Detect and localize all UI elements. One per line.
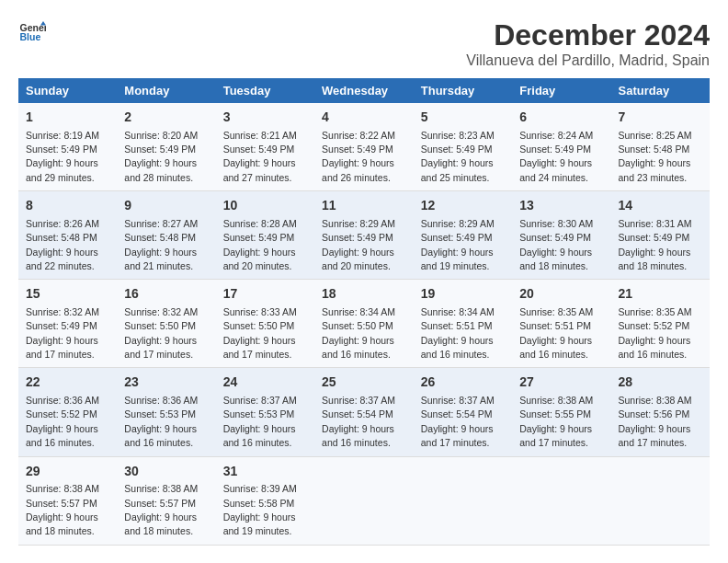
day-number: 6 bbox=[519, 109, 603, 127]
col-wednesday: Wednesday bbox=[314, 78, 414, 103]
day-number: 10 bbox=[223, 197, 307, 215]
day-number: 8 bbox=[26, 197, 109, 215]
calendar-cell: 26 Sunrise: 8:37 AMSunset: 5:54 PMDaylig… bbox=[414, 368, 513, 456]
col-friday: Friday bbox=[512, 78, 610, 103]
calendar-cell: 28 Sunrise: 8:38 AMSunset: 5:56 PMDaylig… bbox=[611, 368, 711, 456]
calendar-cell: 31 Sunrise: 8:39 AMSunset: 5:58 PMDaylig… bbox=[216, 456, 314, 545]
day-number: 27 bbox=[519, 373, 603, 392]
calendar-cell: 18 Sunrise: 8:34 AMSunset: 5:50 PMDaylig… bbox=[314, 280, 414, 368]
day-number: 12 bbox=[421, 197, 506, 215]
day-info: Sunrise: 8:36 AMSunset: 5:52 PMDaylight:… bbox=[26, 395, 99, 448]
day-info: Sunrise: 8:38 AMSunset: 5:57 PMDaylight:… bbox=[124, 483, 198, 536]
day-number: 4 bbox=[322, 109, 406, 127]
calendar-cell: 11 Sunrise: 8:29 AMSunset: 5:49 PMDaylig… bbox=[314, 191, 414, 280]
calendar-cell: 15 Sunrise: 8:32 AMSunset: 5:49 PMDaylig… bbox=[18, 280, 117, 368]
day-number: 1 bbox=[26, 109, 109, 127]
calendar-cell: 24 Sunrise: 8:37 AMSunset: 5:53 PMDaylig… bbox=[216, 368, 314, 456]
calendar-cell: 16 Sunrise: 8:32 AMSunset: 5:50 PMDaylig… bbox=[117, 280, 215, 368]
calendar-cell: 29 Sunrise: 8:38 AMSunset: 5:57 PMDaylig… bbox=[18, 456, 117, 545]
calendar-week-row: 1 Sunrise: 8:19 AMSunset: 5:49 PMDayligh… bbox=[18, 103, 710, 191]
day-info: Sunrise: 8:24 AMSunset: 5:49 PMDaylight:… bbox=[519, 130, 593, 183]
day-number: 17 bbox=[223, 285, 307, 304]
calendar-cell: 10 Sunrise: 8:28 AMSunset: 5:49 PMDaylig… bbox=[216, 191, 314, 280]
day-info: Sunrise: 8:28 AMSunset: 5:49 PMDaylight:… bbox=[223, 218, 297, 271]
day-info: Sunrise: 8:29 AMSunset: 5:49 PMDaylight:… bbox=[322, 218, 395, 271]
location: Villanueva del Pardillo, Madrid, Spain bbox=[466, 52, 710, 69]
calendar-week-row: 15 Sunrise: 8:32 AMSunset: 5:49 PMDaylig… bbox=[18, 280, 710, 368]
day-info: Sunrise: 8:21 AMSunset: 5:49 PMDaylight:… bbox=[223, 130, 297, 183]
calendar-cell bbox=[414, 456, 513, 545]
day-info: Sunrise: 8:38 AMSunset: 5:56 PMDaylight:… bbox=[619, 395, 692, 448]
calendar-cell: 9 Sunrise: 8:27 AMSunset: 5:48 PMDayligh… bbox=[117, 191, 215, 280]
day-info: Sunrise: 8:37 AMSunset: 5:53 PMDaylight:… bbox=[223, 395, 297, 448]
day-number: 30 bbox=[124, 463, 208, 481]
calendar-week-row: 22 Sunrise: 8:36 AMSunset: 5:52 PMDaylig… bbox=[18, 368, 710, 456]
month-year: December 2024 bbox=[466, 18, 710, 52]
day-info: Sunrise: 8:26 AMSunset: 5:48 PMDaylight:… bbox=[26, 218, 99, 271]
calendar-cell: 17 Sunrise: 8:33 AMSunset: 5:50 PMDaylig… bbox=[216, 280, 314, 368]
calendar-cell: 19 Sunrise: 8:34 AMSunset: 5:51 PMDaylig… bbox=[414, 280, 513, 368]
calendar-cell bbox=[611, 456, 711, 545]
day-info: Sunrise: 8:38 AMSunset: 5:55 PMDaylight:… bbox=[519, 395, 593, 448]
title-block: December 2024 Villanueva del Pardillo, M… bbox=[466, 18, 710, 69]
calendar-cell: 14 Sunrise: 8:31 AMSunset: 5:49 PMDaylig… bbox=[611, 191, 711, 280]
calendar-cell: 5 Sunrise: 8:23 AMSunset: 5:49 PMDayligh… bbox=[414, 103, 513, 191]
day-info: Sunrise: 8:31 AMSunset: 5:49 PMDaylight:… bbox=[619, 218, 692, 271]
day-info: Sunrise: 8:27 AMSunset: 5:48 PMDaylight:… bbox=[124, 218, 198, 271]
page-header: General Blue December 2024 Villanueva de… bbox=[18, 18, 710, 69]
calendar-cell: 3 Sunrise: 8:21 AMSunset: 5:49 PMDayligh… bbox=[216, 103, 314, 191]
calendar-cell bbox=[512, 456, 610, 545]
svg-text:Blue: Blue bbox=[20, 31, 41, 42]
calendar-cell: 7 Sunrise: 8:25 AMSunset: 5:48 PMDayligh… bbox=[611, 103, 711, 191]
day-info: Sunrise: 8:37 AMSunset: 5:54 PMDaylight:… bbox=[322, 395, 395, 448]
calendar-table: Sunday Monday Tuesday Wednesday Thursday… bbox=[18, 78, 710, 546]
day-number: 22 bbox=[26, 373, 109, 392]
col-thursday: Thursday bbox=[414, 78, 513, 103]
calendar-cell: 12 Sunrise: 8:29 AMSunset: 5:49 PMDaylig… bbox=[414, 191, 513, 280]
day-info: Sunrise: 8:30 AMSunset: 5:49 PMDaylight:… bbox=[519, 218, 593, 271]
day-info: Sunrise: 8:25 AMSunset: 5:48 PMDaylight:… bbox=[619, 130, 692, 183]
day-info: Sunrise: 8:32 AMSunset: 5:50 PMDaylight:… bbox=[124, 306, 198, 360]
day-info: Sunrise: 8:32 AMSunset: 5:49 PMDaylight:… bbox=[26, 306, 99, 360]
calendar-week-row: 29 Sunrise: 8:38 AMSunset: 5:57 PMDaylig… bbox=[18, 456, 710, 545]
calendar-cell: 20 Sunrise: 8:35 AMSunset: 5:51 PMDaylig… bbox=[512, 280, 610, 368]
calendar-cell: 23 Sunrise: 8:36 AMSunset: 5:53 PMDaylig… bbox=[117, 368, 215, 456]
day-info: Sunrise: 8:33 AMSunset: 5:50 PMDaylight:… bbox=[223, 306, 297, 360]
day-info: Sunrise: 8:38 AMSunset: 5:57 PMDaylight:… bbox=[26, 483, 99, 536]
day-info: Sunrise: 8:36 AMSunset: 5:53 PMDaylight:… bbox=[124, 395, 198, 448]
day-number: 9 bbox=[124, 197, 208, 215]
day-info: Sunrise: 8:34 AMSunset: 5:51 PMDaylight:… bbox=[421, 306, 495, 360]
day-info: Sunrise: 8:20 AMSunset: 5:49 PMDaylight:… bbox=[124, 130, 198, 183]
day-number: 18 bbox=[322, 285, 406, 304]
calendar-cell: 27 Sunrise: 8:38 AMSunset: 5:55 PMDaylig… bbox=[512, 368, 610, 456]
calendar-week-row: 8 Sunrise: 8:26 AMSunset: 5:48 PMDayligh… bbox=[18, 191, 710, 280]
calendar-header-row: Sunday Monday Tuesday Wednesday Thursday… bbox=[18, 78, 710, 103]
day-info: Sunrise: 8:37 AMSunset: 5:54 PMDaylight:… bbox=[421, 395, 495, 448]
day-info: Sunrise: 8:19 AMSunset: 5:49 PMDaylight:… bbox=[26, 130, 99, 183]
day-info: Sunrise: 8:34 AMSunset: 5:50 PMDaylight:… bbox=[322, 306, 395, 360]
calendar-cell: 2 Sunrise: 8:20 AMSunset: 5:49 PMDayligh… bbox=[117, 103, 215, 191]
logo-icon: General Blue bbox=[18, 18, 46, 46]
day-number: 21 bbox=[619, 285, 703, 304]
day-number: 19 bbox=[421, 285, 506, 304]
logo: General Blue bbox=[18, 18, 46, 46]
calendar-cell: 8 Sunrise: 8:26 AMSunset: 5:48 PMDayligh… bbox=[18, 191, 117, 280]
day-number: 20 bbox=[519, 285, 603, 304]
col-saturday: Saturday bbox=[611, 78, 711, 103]
calendar-cell: 30 Sunrise: 8:38 AMSunset: 5:57 PMDaylig… bbox=[117, 456, 215, 545]
day-info: Sunrise: 8:22 AMSunset: 5:49 PMDaylight:… bbox=[322, 130, 395, 183]
day-number: 3 bbox=[223, 109, 307, 127]
day-number: 7 bbox=[619, 109, 703, 127]
day-info: Sunrise: 8:35 AMSunset: 5:51 PMDaylight:… bbox=[519, 306, 593, 360]
day-number: 16 bbox=[124, 285, 208, 304]
calendar-cell bbox=[314, 456, 414, 545]
calendar-cell: 13 Sunrise: 8:30 AMSunset: 5:49 PMDaylig… bbox=[512, 191, 610, 280]
day-info: Sunrise: 8:35 AMSunset: 5:52 PMDaylight:… bbox=[619, 306, 692, 360]
day-number: 13 bbox=[519, 197, 603, 215]
col-tuesday: Tuesday bbox=[216, 78, 314, 103]
calendar-cell: 25 Sunrise: 8:37 AMSunset: 5:54 PMDaylig… bbox=[314, 368, 414, 456]
day-number: 23 bbox=[124, 373, 208, 392]
day-number: 5 bbox=[421, 109, 506, 127]
calendar-cell: 1 Sunrise: 8:19 AMSunset: 5:49 PMDayligh… bbox=[18, 103, 117, 191]
day-number: 11 bbox=[322, 197, 406, 215]
